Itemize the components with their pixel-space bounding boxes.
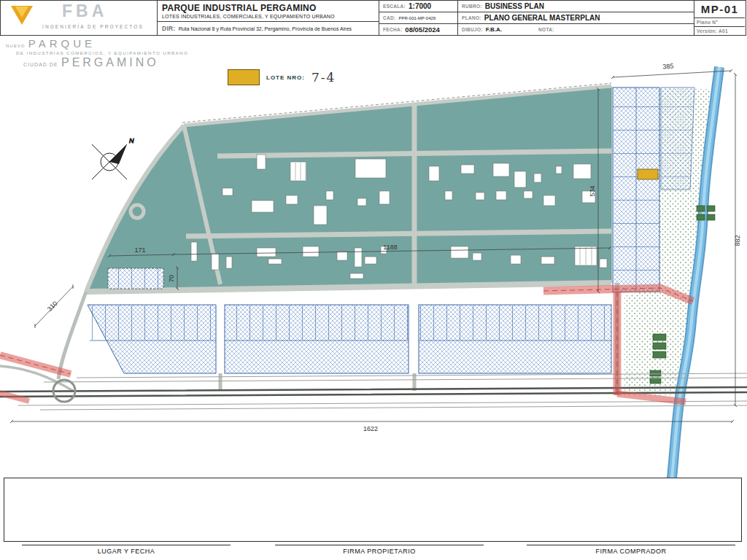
logo-block: FBA INGENIERÍA DE PROYECTOS	[1, 1, 157, 35]
logo-brand: FBA	[62, 1, 107, 21]
sheet-plano-n: Plano N°	[694, 18, 745, 27]
signature-caption: FIRMA PROPIETARIO	[275, 548, 484, 555]
dim-534: 534	[589, 185, 596, 196]
project-address-row: DIR: Ruta Nacional 8 y Ruta Provincial 3…	[158, 22, 379, 35]
fba-logo-icon	[11, 6, 33, 25]
north-label: N	[129, 137, 134, 144]
plan-info-block: RUBRO: BUSINESS PLAN PLANO: PLANO GENERA…	[457, 1, 694, 35]
sheet-number: MP-01	[694, 1, 745, 18]
project-block: PARQUE INDUSTRIAL PERGAMINO LOTES INDUST…	[157, 1, 379, 35]
industrial-area	[86, 83, 611, 292]
scale-value: 1:7000	[409, 2, 431, 10]
dimensioned-lot	[108, 268, 163, 289]
dibujo-label: DIBUJO:	[462, 27, 483, 32]
plano-value: PLANO GENERAL MASTERPLAN	[484, 14, 600, 22]
masterplan-drawing: N 385 534 882 1188 171 70 310 1622	[0, 36, 747, 480]
logo-tagline: INGENIERÍA DE PROYECTOS	[42, 24, 144, 29]
cad-value: PPR-001-MP-0429	[398, 16, 436, 20]
dim-1622: 1622	[363, 425, 378, 432]
rubro-value: BUSINESS PLAN	[485, 2, 544, 10]
signature-line	[275, 545, 484, 545]
rubro-row: RUBRO: BUSINESS PLAN	[458, 1, 694, 12]
sheet-number-block: MP-01 Plano N° Versión: A01	[694, 1, 745, 35]
date-value: 08/05/2024	[405, 26, 440, 34]
dim-385: 385	[662, 63, 674, 71]
nota-label: NOTA:	[538, 27, 554, 32]
project-title-row: PARQUE INDUSTRIAL PERGAMINO LOTES INDUST…	[158, 1, 379, 22]
sheet-version-label: Versión:	[697, 28, 717, 34]
sheet-plano-n-label: Plano N°	[697, 20, 718, 25]
roundabout	[131, 205, 144, 218]
dim-310: 310	[46, 300, 59, 313]
dim-70: 70	[168, 275, 175, 282]
cad-label: CAD:	[383, 15, 395, 20]
plano-row: PLANO: PLANO GENERAL MASTERPLAN	[458, 12, 694, 24]
date-label: FECHA:	[383, 27, 402, 32]
project-subtitle: LOTES INDUSTRIALES, COMERCIALES, Y EQUIP…	[162, 14, 374, 19]
date-row: FECHA: 08/05/2024	[379, 24, 457, 35]
rubro-label: RUBRO:	[462, 4, 482, 9]
cad-row: CAD: PPR-001-MP-0429	[379, 12, 457, 24]
signature-field-firma-propietario: FIRMA PROPIETARIO	[275, 545, 484, 555]
signature-line	[22, 545, 231, 545]
signature-field-lugar-y-fecha: LUGAR Y FECHA	[22, 545, 231, 555]
lots-area	[88, 305, 611, 373]
signature-caption: FIRMA COMPRADOR	[527, 548, 735, 555]
north-arrow-icon: N	[92, 137, 134, 179]
signature-caption: LUGAR Y FECHA	[22, 548, 231, 555]
meta-block: ESCALA: 1:7000 CAD: PPR-001-MP-0429 FECH…	[379, 1, 457, 35]
highlighted-lot-7-4	[638, 169, 658, 179]
dibujo-value: F.B.A.	[486, 26, 502, 33]
dim-882: 882	[734, 235, 742, 246]
signature-line	[527, 545, 735, 545]
dim-1188: 1188	[383, 244, 397, 251]
signature-field-firma-comprador: FIRMA COMPRADOR	[527, 545, 735, 555]
dir-label: DIR:	[162, 25, 176, 32]
dir-value: Ruta Nacional 8 y Ruta Provincial 32, Pe…	[179, 26, 352, 31]
plano-label: PLANO:	[462, 15, 481, 20]
signature-box	[4, 478, 742, 542]
dim-171: 171	[134, 246, 145, 254]
title-block: FBA INGENIERÍA DE PROYECTOS PARQUE INDUS…	[0, 0, 746, 36]
project-title: PARQUE INDUSTRIAL PERGAMINO	[162, 3, 374, 13]
sheet-version: Versión: A01	[694, 27, 745, 35]
scale-row: ESCALA: 1:7000	[379, 1, 457, 12]
sheet-version-value: A01	[719, 28, 728, 34]
scale-label: ESCALA:	[383, 4, 406, 9]
dibujo-nota-row: DIBUJO: F.B.A. NOTA:	[458, 24, 694, 35]
